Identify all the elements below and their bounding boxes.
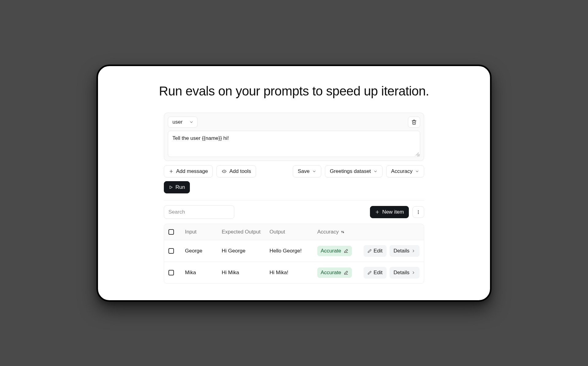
prompt-editor: user Tell the user {{name}} hi! (164, 113, 424, 161)
cell-input: George (185, 248, 222, 254)
col-accuracy-label: Accuracy (317, 229, 339, 235)
code-icon (221, 169, 227, 174)
add-message-button[interactable]: Add message (164, 165, 213, 177)
table-row: George Hi George Hello George! Accurate … (164, 240, 424, 262)
run-button[interactable]: Run (164, 181, 190, 193)
eval-panel: user Tell the user {{name}} hi! Add mess… (164, 113, 424, 284)
plus-icon (169, 169, 174, 174)
results-table: Input Expected Output Output Accuracy Ge… (164, 224, 424, 284)
search-input[interactable] (164, 205, 234, 219)
table-row: Mika Hi Mika Hi Mika! Accurate Edit Deta… (164, 262, 424, 283)
accuracy-chip[interactable]: Accurate (317, 246, 352, 256)
svg-point-6 (418, 210, 419, 211)
edit-button[interactable]: Edit (364, 245, 386, 257)
cell-output: Hello George! (270, 248, 317, 254)
add-message-label: Add message (176, 168, 208, 174)
accuracy-chip-label: Accurate (321, 248, 341, 254)
chevron-right-icon (411, 249, 416, 253)
play-icon (169, 185, 173, 189)
chevron-right-icon (411, 271, 416, 275)
edit-label: Edit (374, 270, 383, 276)
cell-expected: Hi Mika (222, 270, 270, 276)
svg-point-7 (418, 212, 419, 212)
run-label: Run (175, 184, 185, 190)
col-input: Input (185, 229, 222, 235)
new-item-label: New item (382, 209, 404, 215)
details-button[interactable]: Details (390, 245, 420, 257)
kebab-icon (416, 210, 421, 215)
cell-input: Mika (185, 270, 222, 276)
edit-button[interactable]: Edit (364, 267, 386, 278)
table-header: Input Expected Output Output Accuracy (164, 224, 424, 240)
delete-prompt-button[interactable] (408, 117, 420, 128)
prompt-textarea[interactable]: Tell the user {{name}} hi! (168, 131, 420, 157)
role-select-value: user (172, 119, 183, 125)
chevron-down-icon (415, 169, 419, 174)
accuracy-chip[interactable]: Accurate (317, 267, 352, 278)
cell-expected: Hi George (222, 248, 270, 254)
trash-icon (411, 119, 417, 125)
save-label: Save (298, 168, 310, 174)
app-window: Run evals on your prompts to speed up it… (96, 65, 492, 302)
prompt-editor-header: user (168, 117, 420, 128)
edit-square-icon (344, 270, 349, 275)
plus-icon (375, 210, 380, 215)
row-checkbox[interactable] (168, 248, 174, 254)
col-expected: Expected Output (222, 229, 270, 235)
divider (164, 200, 424, 200)
role-select[interactable]: user (168, 117, 198, 128)
chevron-down-icon (312, 169, 316, 174)
chevron-down-icon (373, 169, 378, 174)
list-toolbar: New item (164, 205, 424, 219)
col-output: Output (270, 229, 317, 235)
page-headline: Run evals on your prompts to speed up it… (118, 84, 470, 99)
details-label: Details (394, 248, 409, 254)
pencil-icon (368, 249, 372, 253)
row-checkbox[interactable] (168, 270, 174, 275)
select-all-checkbox[interactable] (168, 229, 174, 235)
sort-icon (341, 230, 345, 234)
metric-label: Accuracy (391, 168, 413, 174)
cell-output: Hi Mika! (270, 270, 317, 276)
add-tools-label: Add tools (229, 168, 251, 174)
dataset-label: Greetings dataset (330, 168, 371, 174)
edit-label: Edit (374, 248, 383, 254)
metric-select[interactable]: Accuracy (386, 165, 424, 177)
chevron-down-icon (189, 120, 194, 124)
pencil-icon (368, 271, 372, 275)
new-item-button[interactable]: New item (370, 206, 409, 218)
dataset-select[interactable]: Greetings dataset (325, 165, 383, 177)
edit-square-icon (344, 248, 349, 253)
prompt-toolbar: Add message Add tools Save Greetings dat… (164, 165, 424, 193)
details-label: Details (394, 270, 409, 276)
add-tools-button[interactable]: Add tools (217, 165, 256, 177)
more-menu-button[interactable] (413, 206, 424, 218)
save-button[interactable]: Save (293, 165, 321, 177)
accuracy-chip-label: Accurate (321, 270, 341, 276)
svg-point-8 (418, 213, 419, 214)
details-button[interactable]: Details (390, 267, 420, 278)
svg-marker-3 (170, 186, 172, 189)
col-accuracy[interactable]: Accuracy (317, 229, 361, 235)
